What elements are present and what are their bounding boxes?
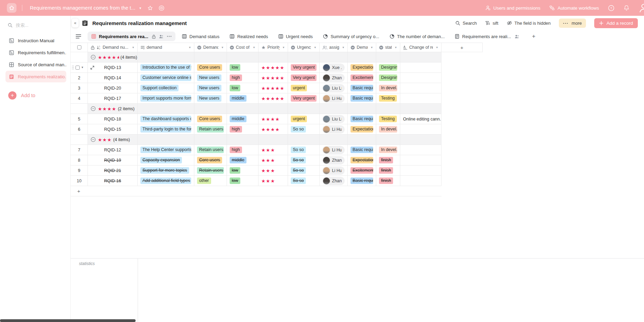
column-header-change[interactable]: Change of req...▼ <box>400 43 441 52</box>
help-icon[interactable]: ? <box>608 5 614 11</box>
assignee-cell[interactable]: Zhan... <box>320 73 348 83</box>
assignee-cell[interactable]: Li Hui... <box>320 145 348 155</box>
demand-number-cell[interactable]: RQID-20 <box>88 83 138 93</box>
filter-button[interactable]: sift <box>485 21 498 26</box>
workspace-title[interactable]: Requirements management comes from the t… <box>30 5 135 11</box>
demand-cell[interactable]: Support for more topics <box>138 165 194 176</box>
demand-number-cell[interactable]: RQID-12 <box>88 145 138 155</box>
chevron-down-icon[interactable]: ▼ <box>131 46 135 49</box>
view-tab-3[interactable]: Realized needs <box>226 32 272 41</box>
home-button[interactable] <box>7 3 16 13</box>
view-tab-2[interactable]: Demand status <box>178 32 223 41</box>
demand-type-cell[interactable]: Basic requir... <box>348 176 376 186</box>
view-tab-4[interactable]: Urgent needs <box>275 32 317 41</box>
demand-cell[interactable]: Customer service online supp <box>138 73 194 83</box>
sidebar-item-1[interactable]: Instruction Manual <box>5 35 66 46</box>
row-number-cell[interactable]: 4 <box>71 93 88 104</box>
collapse-group-icon[interactable] <box>91 55 96 60</box>
urgency-cell[interactable]: Very urgent <box>288 62 320 73</box>
row-caret-icon[interactable]: ▼ <box>81 66 84 69</box>
change-cell[interactable]: Online editing cann... <box>400 114 441 124</box>
row-number-cell[interactable]: 9 <box>71 165 88 176</box>
change-cell[interactable] <box>400 83 441 93</box>
urgency-cell[interactable]: urgent <box>288 114 320 124</box>
row-number-cell[interactable]: 2 <box>71 73 88 83</box>
row-number-cell[interactable]: 5 <box>71 114 88 124</box>
users-permissions-link[interactable]: Users and permissions <box>485 5 540 11</box>
add-view-button[interactable]: + <box>532 33 536 40</box>
demand-source-cell[interactable]: Retain users <box>194 124 227 135</box>
state-cell[interactable]: Testing <box>376 93 400 104</box>
chevron-down-icon[interactable]: ▼ <box>313 46 317 49</box>
view-tab-5[interactable]: Summary of urgency o... <box>319 32 383 41</box>
demand-source-cell[interactable]: Retain users <box>194 145 227 155</box>
view-tab-7[interactable]: Requirements are reali... <box>451 32 523 41</box>
demand-number-cell[interactable]: RQID-18 <box>88 114 138 124</box>
view-list-icon[interactable] <box>76 34 81 39</box>
priority-cell[interactable]: ★★★ <box>258 155 288 165</box>
demand-type-cell[interactable]: Expectation... <box>348 62 376 73</box>
chevron-down-icon[interactable]: ▼ <box>369 46 373 49</box>
row-number-cell[interactable]: 3 <box>71 83 88 93</box>
column-header-urgency[interactable]: Urgency ...▼ <box>288 43 320 52</box>
demand-number-cell[interactable]: RQID-16 <box>88 176 138 186</box>
column-header-priority[interactable]: Priority▼ <box>258 43 288 52</box>
demand-type-cell[interactable]: Excitement ... <box>348 165 376 176</box>
state-cell[interactable]: finish <box>376 176 400 186</box>
urgency-cell[interactable]: Very urgent <box>288 93 320 104</box>
change-cell[interactable] <box>400 145 441 155</box>
state-cell[interactable]: In devel... <box>376 124 400 135</box>
column-header-demand[interactable]: demand▼ <box>138 43 194 52</box>
urgency-cell[interactable]: So so <box>288 145 320 155</box>
state-cell[interactable]: finish <box>376 155 400 165</box>
state-cell[interactable]: Testing <box>376 114 400 124</box>
demand-number-cell[interactable]: RQID-15 <box>88 124 138 135</box>
view-tab-1[interactable]: Requirements are rea... <box>88 32 175 41</box>
urgency-cell[interactable]: So so <box>288 124 320 135</box>
demand-source-cell[interactable]: New users <box>194 93 227 104</box>
sidebar-item-2[interactable]: Requirements fulfillmen... <box>5 47 66 58</box>
demand-cell[interactable]: Introduction to the use of tem <box>138 62 194 73</box>
change-cell[interactable] <box>400 155 441 165</box>
state-cell[interactable]: In devel... <box>376 83 400 93</box>
state-cell[interactable]: In devel... <box>376 145 400 155</box>
priority-cell[interactable]: ★★★★★ <box>258 62 288 73</box>
cost-cell[interactable]: low <box>227 83 258 93</box>
demand-source-cell[interactable]: New users <box>194 73 227 83</box>
column-header-assign[interactable]: assign...▼ <box>320 43 348 52</box>
add-row-button[interactable]: + <box>71 186 441 196</box>
collapse-group-icon[interactable] <box>91 106 96 111</box>
urgency-cell[interactable]: urgent <box>288 83 320 93</box>
cost-cell[interactable]: high <box>227 145 258 155</box>
favorite-star-icon[interactable] <box>147 5 153 11</box>
search-button[interactable]: Search <box>455 21 477 26</box>
assignee-cell[interactable]: Li Hui... <box>320 165 348 176</box>
chevron-down-icon[interactable]: ▼ <box>252 46 255 49</box>
select-all-checkbox[interactable] <box>77 45 81 49</box>
notifications-bell-icon[interactable] <box>623 5 630 11</box>
demand-cell[interactable]: The Help Center supports ans <box>138 145 194 155</box>
chevron-down-icon[interactable]: ▼ <box>187 46 191 49</box>
demand-number-cell[interactable]: RQID-13 <box>88 62 138 73</box>
cost-cell[interactable]: low <box>227 165 258 176</box>
account-avatar[interactable] <box>639 3 644 13</box>
cost-cell[interactable]: high <box>227 73 258 83</box>
urgency-cell[interactable]: So so <box>288 165 320 176</box>
assignee-cell[interactable]: Li Hui... <box>320 93 348 104</box>
demand-cell[interactable]: Support collection <box>138 83 194 93</box>
chevron-down-icon[interactable]: ▼ <box>220 46 224 49</box>
statistics-bar[interactable]: statistics <box>71 258 644 268</box>
priority-cell[interactable]: ★★★ <box>258 145 288 155</box>
cost-cell[interactable]: middle <box>227 114 258 124</box>
row-number-cell[interactable]: ▼ <box>71 62 88 73</box>
priority-cell[interactable]: ★★★★ <box>258 124 288 135</box>
row-number-cell[interactable]: 10 <box>71 176 88 186</box>
urgency-cell[interactable]: So so <box>288 155 320 165</box>
cost-cell[interactable]: middle <box>227 93 258 104</box>
demand-number-cell[interactable]: RQID-14 <box>88 73 138 83</box>
demand-type-cell[interactable]: Expectation... <box>348 155 376 165</box>
demand-type-cell[interactable]: Excitement ... <box>348 73 376 83</box>
demand-source-cell[interactable]: Core users <box>194 62 227 73</box>
sidebar-search[interactable] <box>8 23 66 28</box>
add-column-cell[interactable]: + <box>441 43 483 52</box>
